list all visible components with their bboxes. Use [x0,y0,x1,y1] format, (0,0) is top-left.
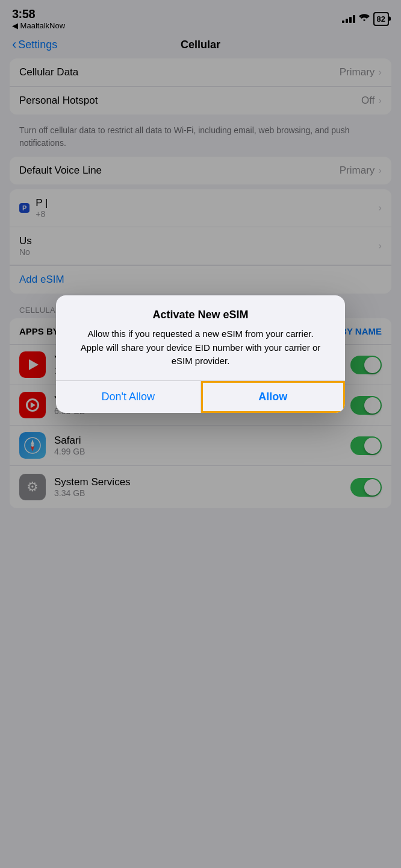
activate-esim-dialog: Activate New eSIM Allow this if you requ… [56,295,345,413]
alert-message: Allow this if you requested a new eSIM f… [70,327,331,368]
alert-buttons: Don't Allow Allow [56,380,345,413]
dialog-backdrop [0,0,401,868]
alert-content: Activate New eSIM Allow this if you requ… [56,295,345,368]
allow-button[interactable]: Allow [201,381,346,413]
alert-title: Activate New eSIM [70,309,331,321]
dont-allow-button[interactable]: Don't Allow [56,381,201,413]
